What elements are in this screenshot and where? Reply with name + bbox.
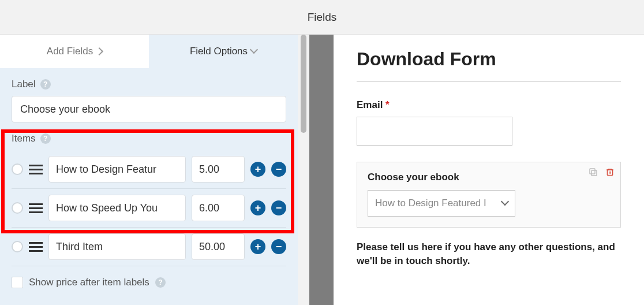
- field-action-icons: [588, 167, 615, 177]
- help-icon[interactable]: ?: [40, 79, 51, 90]
- item-default-radio[interactable]: [12, 163, 23, 175]
- item-price-input[interactable]: [192, 233, 245, 260]
- tab-field-options[interactable]: Field Options: [149, 35, 298, 68]
- item-name-input[interactable]: [48, 156, 186, 183]
- label-section-title: Label ?: [12, 79, 286, 90]
- item-price-input[interactable]: [192, 156, 245, 183]
- svg-rect-2: [607, 170, 612, 175]
- email-input[interactable]: [357, 117, 512, 146]
- help-icon[interactable]: ?: [40, 133, 51, 144]
- tab-add-fields-label: Add Fields: [47, 46, 93, 57]
- remove-item-button[interactable]: −: [271, 200, 286, 215]
- items-section: Items ? + − + −: [12, 133, 286, 288]
- svg-rect-1: [590, 169, 595, 174]
- select-value: How to Design Featured I: [375, 198, 486, 209]
- drag-handle-icon[interactable]: [29, 162, 43, 176]
- label-input[interactable]: [12, 96, 286, 122]
- tab-field-options-label: Field Options: [190, 46, 248, 57]
- required-asterisk: *: [385, 99, 390, 110]
- form-preview: Download Form Email * Choose your ebook …: [334, 35, 644, 305]
- scrollbar-thumb[interactable]: [301, 35, 306, 133]
- preview-select-label: Choose your ebook: [368, 172, 610, 183]
- label-title-text: Label: [12, 79, 36, 90]
- item-default-radio[interactable]: [12, 241, 23, 252]
- items-title-text: Items: [12, 133, 36, 144]
- add-item-button[interactable]: +: [250, 162, 265, 177]
- tab-add-fields[interactable]: Add Fields: [0, 35, 149, 68]
- item-default-radio[interactable]: [12, 202, 23, 214]
- select-field-card[interactable]: Choose your ebook How to Design Featured…: [357, 162, 621, 228]
- preview-email-label: Email *: [357, 99, 621, 111]
- items-section-title: Items ?: [12, 133, 286, 144]
- scrollbar-track[interactable]: [298, 35, 309, 305]
- add-item-button[interactable]: +: [250, 239, 265, 254]
- remove-item-button[interactable]: −: [271, 239, 286, 254]
- item-row: + −: [12, 150, 286, 189]
- page-title: Fields: [308, 11, 337, 24]
- chevron-down-icon: [502, 198, 508, 209]
- ebook-select[interactable]: How to Design Featured I: [368, 190, 515, 217]
- builder-sidebar: Add Fields Field Options Label ? Items ?: [0, 35, 298, 305]
- show-price-label: Show price after item labels: [29, 277, 149, 288]
- email-label-text: Email: [357, 99, 383, 110]
- show-price-option[interactable]: Show price after item labels ?: [12, 277, 286, 288]
- sidebar-tabs: Add Fields Field Options: [0, 35, 298, 68]
- remove-item-button[interactable]: −: [271, 162, 286, 177]
- divider: [357, 81, 621, 82]
- chevron-down-icon: [251, 46, 257, 57]
- drag-handle-icon[interactable]: [29, 201, 43, 215]
- svg-rect-0: [591, 170, 597, 176]
- item-row: + −: [12, 189, 286, 228]
- duplicate-icon[interactable]: [588, 167, 598, 177]
- panel-divider: [309, 35, 334, 305]
- drag-handle-icon[interactable]: [29, 240, 43, 254]
- main-layout: Add Fields Field Options Label ? Items ?: [0, 35, 644, 305]
- show-price-checkbox[interactable]: [12, 277, 23, 288]
- delete-icon[interactable]: [605, 167, 615, 177]
- add-item-button[interactable]: +: [250, 200, 265, 215]
- preview-help-text: Please tell us here if you have any othe…: [357, 240, 621, 269]
- top-bar: Fields: [0, 0, 644, 35]
- chevron-right-icon: [96, 46, 102, 57]
- item-row: + −: [12, 228, 286, 266]
- item-price-input[interactable]: [192, 195, 245, 221]
- item-name-input[interactable]: [48, 233, 186, 260]
- item-name-input[interactable]: [48, 195, 186, 221]
- preview-form-title: Download Form: [357, 49, 621, 70]
- field-options-panel: Label ? Items ? + −: [0, 68, 298, 305]
- help-icon[interactable]: ?: [155, 277, 166, 288]
